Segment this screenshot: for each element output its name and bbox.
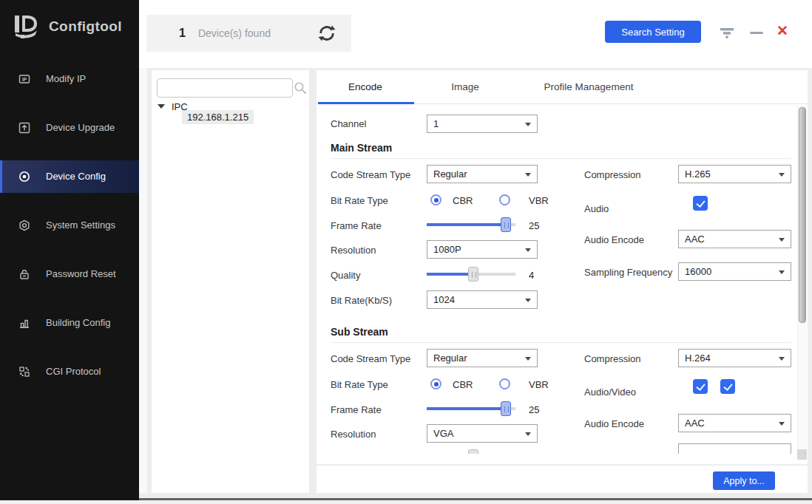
sidebar-item-system-settings[interactable]: System Settings [0, 209, 139, 242]
qr-icon [18, 366, 30, 378]
refresh-icon[interactable] [317, 24, 336, 43]
sub-code-stream-type-label: Code Stream Type [331, 353, 410, 364]
tab-encode[interactable]: Encode [317, 70, 414, 103]
sub-sampling-frequency-select-partial[interactable] [678, 443, 791, 454]
sub-audio-encode-select[interactable]: AAC [678, 414, 791, 432]
search-icon[interactable] [294, 81, 307, 95]
video-checkbox-sub[interactable] [720, 379, 735, 394]
audio-checkbox[interactable] [693, 196, 708, 211]
device-tree-panel: IPC 192.168.1.215 [152, 70, 309, 493]
minimize-button[interactable] [750, 32, 763, 34]
tree-expander-icon[interactable] [158, 104, 165, 109]
ip-icon: IP [18, 73, 30, 85]
sidebar-item-label: CGI Protocol [46, 366, 101, 377]
filter-icon[interactable] [719, 27, 735, 39]
channel-select[interactable]: 1 [427, 115, 538, 133]
sidebar-item-building-config[interactable]: Building Config [0, 307, 139, 339]
sub-compression-label: Compression [584, 353, 641, 364]
sub-vbr-radio[interactable] [499, 378, 510, 389]
chevron-down-icon [525, 248, 531, 252]
slider-handle[interactable] [468, 267, 478, 282]
gear-icon [18, 219, 30, 231]
frame-rate-label: Frame Rate [331, 220, 382, 231]
quality-value: 4 [529, 270, 534, 281]
quality-slider[interactable] [427, 267, 515, 282]
sidebar-item-label: Password Reset [46, 268, 116, 279]
bullseye-icon [18, 171, 30, 183]
frame-rate-value: 25 [529, 220, 539, 231]
sub-resolution-select[interactable]: VGA [427, 424, 538, 443]
sub-vbr-radio-label: VBR [529, 379, 549, 390]
compression-label: Compression [584, 169, 641, 180]
main-stream-heading: Main Stream [331, 142, 392, 154]
compression-select[interactable]: H.265 [678, 165, 791, 183]
tree-search-input[interactable] [157, 78, 293, 98]
bit-rate-value: 1024 [433, 294, 455, 305]
tab-profile-management[interactable]: Profile Management [516, 70, 661, 103]
quality-label: Quality [331, 270, 360, 281]
section-divider [331, 342, 791, 343]
app-title: Configtool [49, 18, 122, 35]
audio-encode-select[interactable]: AAC [678, 230, 791, 248]
sidebar-item-password-reset[interactable]: Password Reset [0, 258, 139, 290]
sub-cbr-radio-label: CBR [453, 379, 473, 390]
cbr-radio[interactable] [430, 194, 441, 205]
chevron-down-icon [779, 357, 785, 361]
sub-frame-rate-label: Frame Rate [331, 404, 382, 415]
audio-checkbox-sub[interactable] [693, 379, 708, 394]
sub-cbr-radio[interactable] [430, 378, 441, 389]
sidebar-item-device-config[interactable]: Device Config [0, 160, 139, 193]
slider-fill [427, 407, 506, 410]
slider-fill [427, 273, 473, 276]
chevron-down-icon [525, 432, 531, 436]
sampling-frequency-value: 16000 [685, 266, 711, 277]
bit-rate-select[interactable]: 1024 [427, 290, 538, 309]
sub-compression-value: H.264 [685, 353, 711, 364]
scrollbar-thumb[interactable] [799, 107, 806, 323]
left-gutter [139, 68, 147, 493]
vbr-radio[interactable] [499, 194, 510, 205]
sampling-frequency-select[interactable]: 16000 [678, 262, 791, 281]
resolution-select[interactable]: 1080P [427, 240, 538, 259]
apply-to-button[interactable]: Apply to... [713, 471, 775, 490]
bars-icon [18, 317, 30, 329]
app-logo: Configtool [12, 12, 122, 41]
config-tabs: Encode Image Profile Management [317, 70, 808, 104]
channel-value: 1 [433, 118, 439, 129]
lock-icon [18, 268, 30, 280]
chevron-down-icon [525, 357, 531, 361]
tree-node-device-ip[interactable]: 192.168.1.215 [182, 110, 254, 124]
tab-image[interactable]: Image [414, 70, 516, 103]
sidebar-item-device-upgrade[interactable]: Device Upgrade [0, 112, 139, 144]
close-button[interactable]: ✕ [777, 23, 788, 39]
chevron-down-icon [525, 299, 531, 302]
sidebar-item-cgi-protocol[interactable]: CGI Protocol [0, 355, 139, 388]
section-divider [331, 158, 791, 159]
sidebar-item-modify-ip[interactable]: IP Modify IP [0, 63, 139, 95]
frame-rate-slider[interactable] [427, 217, 515, 232]
window-bottom-strip [0, 500, 812, 504]
sub-frame-rate-value: 25 [529, 404, 539, 415]
sampling-frequency-label: Sampling Frequency [584, 267, 672, 278]
slider-handle[interactable] [501, 217, 511, 232]
code-stream-type-value: Regular [433, 168, 467, 180]
vertical-scrollbar[interactable] [797, 106, 807, 454]
compression-value: H.265 [685, 168, 711, 180]
search-setting-button[interactable]: Search Setting [605, 21, 701, 43]
audio-label: Audio [584, 203, 609, 214]
sub-resolution-value: VGA [433, 428, 453, 439]
sub-compression-select[interactable]: H.264 [678, 349, 791, 367]
device-config-panel: Encode Image Profile Management Channel … [317, 70, 808, 493]
chevron-down-icon [779, 238, 785, 242]
sub-resolution-label: Resolution [331, 429, 376, 440]
sub-frame-rate-slider[interactable] [427, 401, 515, 416]
audio-encode-value: AAC [685, 234, 705, 245]
sub-quality-slider-handle-partial[interactable] [468, 449, 478, 454]
sub-bit-rate-type-label: Bit Rate Type [331, 379, 388, 390]
chevron-down-icon [779, 173, 785, 177]
upgrade-icon [18, 122, 30, 134]
slider-fill [427, 223, 506, 226]
code-stream-type-select[interactable]: Regular [427, 165, 538, 183]
slider-handle[interactable] [501, 401, 511, 416]
sub-code-stream-type-select[interactable]: Regular [427, 349, 538, 367]
